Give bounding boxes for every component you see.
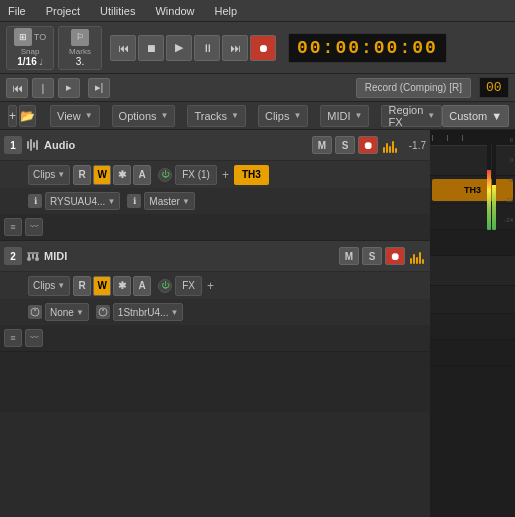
- arrow-button[interactable]: ▸: [58, 78, 80, 98]
- record-comping-button[interactable]: Record (Comping) [R]: [356, 78, 471, 98]
- track-1-mute[interactable]: M: [312, 136, 332, 154]
- midi-dropdown[interactable]: MIDI ▼: [320, 105, 369, 127]
- inst2-arrow: ▼: [170, 308, 178, 317]
- track-2-w-btn[interactable]: W: [93, 276, 111, 296]
- track-2-clips-timeline: [430, 286, 515, 314]
- track-1-waveform-btn[interactable]: 〰: [25, 218, 43, 236]
- track-2-record-arm[interactable]: ⏺: [385, 247, 405, 265]
- snap-icon[interactable]: ⊞: [14, 28, 32, 46]
- track-1-a-btn[interactable]: A: [133, 165, 151, 185]
- track-1-r-btn[interactable]: R: [73, 165, 91, 185]
- track-2-number: 2: [4, 247, 22, 265]
- custom-arrow: ▼: [491, 110, 502, 122]
- track-2-solo[interactable]: S: [362, 247, 382, 265]
- inst-arrow-1: ▼: [107, 197, 115, 206]
- vu-labels: 6 0 -6 -12 -24: [499, 130, 513, 230]
- track-2-fx-power[interactable]: ⏻: [158, 279, 172, 293]
- time-display: 00:00:00:00: [288, 33, 447, 63]
- track-2-wave-icon: [410, 248, 424, 264]
- marks-section: ⚐ Marks 3.: [58, 26, 102, 70]
- svg-rect-1: [30, 139, 32, 151]
- rewind-button[interactable]: ⏮: [110, 35, 136, 61]
- track-2-a-btn[interactable]: A: [133, 276, 151, 296]
- menu-file[interactable]: File: [4, 3, 30, 19]
- track-1-container: 1 Audio M S ⏺: [0, 130, 430, 241]
- pause-button[interactable]: ⏸: [194, 35, 220, 61]
- track-2-settings-btn[interactable]: ≡: [4, 329, 22, 347]
- fast-forward-button[interactable]: ⏭: [222, 35, 248, 61]
- midi-arrow: ▼: [355, 111, 363, 120]
- add-track-button[interactable]: +: [8, 105, 17, 127]
- track-2-bottom-timeline: [430, 340, 515, 366]
- record-button[interactable]: ⏺: [250, 35, 276, 61]
- view-dropdown[interactable]: View ▼: [50, 105, 100, 127]
- folder-button[interactable]: 📂: [19, 105, 36, 127]
- menu-window[interactable]: Window: [151, 3, 198, 19]
- options-dropdown[interactable]: Options ▼: [112, 105, 176, 127]
- track-2-inst-timeline: [430, 314, 515, 340]
- go-start-button[interactable]: ⏮: [6, 78, 28, 98]
- svg-rect-10: [27, 252, 39, 254]
- svg-point-12: [34, 309, 36, 311]
- marks-icon[interactable]: ⚐: [71, 29, 89, 46]
- track-2-type-icon: [25, 248, 41, 264]
- track-2-inst-dropdown[interactable]: None ▼: [45, 303, 89, 321]
- track-2-fx-btn[interactable]: FX: [175, 276, 202, 296]
- svg-point-14: [102, 309, 104, 311]
- clips-arrow: ▼: [293, 111, 301, 120]
- track-2-timeline-row: [430, 256, 515, 286]
- main-area: 1 Audio M S ⏺: [0, 130, 515, 517]
- track-1-solo[interactable]: S: [335, 136, 355, 154]
- clips-arrow-1: ▼: [57, 170, 65, 179]
- timeline-end-button[interactable]: ▸|: [88, 78, 110, 98]
- track-1-clips-dropdown[interactable]: Clips ▼: [28, 165, 70, 185]
- track-1-fx-btn[interactable]: FX (1): [175, 165, 217, 185]
- track-2-waveform-btn[interactable]: 〰: [25, 329, 43, 347]
- track-1-settings-btn[interactable]: ≡: [4, 218, 22, 236]
- track-2-star-btn[interactable]: ✱: [113, 276, 131, 296]
- stop-button[interactable]: ⏹: [138, 35, 164, 61]
- track-1-fx-power[interactable]: ⏻: [158, 168, 172, 182]
- tracks-dropdown[interactable]: Tracks ▼: [187, 105, 246, 127]
- transport-bar: ⊞ TO Snap 1/16 ♩ ⚐ Marks 3. ⏮ ⏹ ▶ ⏸ ⏭ ⏺ …: [0, 22, 515, 74]
- custom-dropdown[interactable]: Custom ▼: [442, 105, 509, 127]
- snap-to-label: TO: [34, 32, 46, 42]
- track-2-inst2-dropdown[interactable]: 1StnbrU4... ▼: [113, 303, 184, 321]
- inst-arrow-2: ▼: [76, 308, 84, 317]
- track-2-inst2-icon: [96, 305, 110, 319]
- track-1-header: 1 Audio M S ⏺: [0, 130, 430, 160]
- track-1-master-icon: ℹ: [127, 194, 141, 208]
- play-button[interactable]: ▶: [166, 35, 192, 61]
- region-fx-dropdown[interactable]: Region FX ▼: [381, 105, 442, 127]
- options-arrow: ▼: [161, 111, 169, 120]
- track-1-star-btn[interactable]: ✱: [113, 165, 131, 185]
- svg-rect-0: [27, 141, 29, 149]
- track-2-r-btn[interactable]: R: [73, 276, 91, 296]
- menu-project[interactable]: Project: [42, 3, 84, 19]
- menu-bar: File Project Utilities Window Help: [0, 0, 515, 22]
- track-2-bottom-row: ≡ 〰: [0, 325, 430, 351]
- menu-utilities[interactable]: Utilities: [96, 3, 139, 19]
- track-1-w-btn[interactable]: W: [93, 165, 111, 185]
- timeline-marker-button[interactable]: |: [32, 78, 54, 98]
- snap-value[interactable]: 1/16: [17, 56, 36, 67]
- master-arrow-1: ▼: [182, 197, 190, 206]
- menu-help[interactable]: Help: [211, 3, 242, 19]
- transport-row2: ⏮ | ▸ ▸| Record (Comping) [R] 00: [0, 74, 515, 102]
- track-1-master-dropdown[interactable]: Master ▼: [144, 192, 194, 210]
- track-2-fx-add[interactable]: +: [205, 279, 216, 293]
- track-2-fx-section: ⏻ FX +: [158, 276, 216, 296]
- track-2-instrument-row: None ▼ 1StnbrU4... ▼: [0, 299, 430, 325]
- track-1-plugin-btn[interactable]: TH3: [234, 165, 269, 185]
- clips-dropdown[interactable]: Clips ▼: [258, 105, 308, 127]
- marks-value: 3.: [76, 56, 84, 67]
- beat-display: 00: [479, 77, 509, 98]
- track-2-clips-dropdown[interactable]: Clips ▼: [28, 276, 70, 296]
- track-1-record-arm[interactable]: ⏺: [358, 136, 378, 154]
- track-1-inst-dropdown[interactable]: RYSUAU4... ▼: [45, 192, 120, 210]
- track-1-fx-add[interactable]: +: [220, 168, 231, 182]
- marks-label: Marks: [69, 47, 91, 56]
- track-2-mute[interactable]: M: [339, 247, 359, 265]
- svg-rect-2: [33, 142, 35, 148]
- track-1-bottom-row: ≡ 〰: [0, 214, 430, 240]
